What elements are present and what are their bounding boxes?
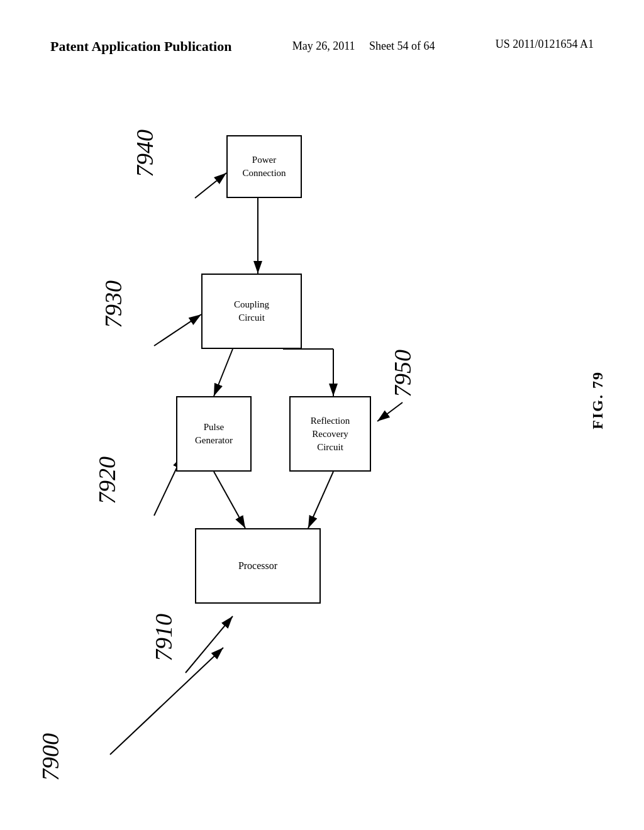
publication-date: May 26, 2011 [292,40,355,52]
label-7950: 7950 [389,350,416,397]
figure-label: FIG. 79 [589,371,606,429]
svg-line-11 [154,314,201,346]
coupling-circuit-box: Coupling Circuit [201,274,302,349]
label-7900: 7900 [36,733,64,781]
label-7920: 7920 [93,456,121,504]
pulse-generator-box: Pulse Generator [176,396,252,472]
svg-line-8 [110,648,223,755]
label-7930: 7930 [99,280,127,328]
power-connection-box: Power Connection [226,135,302,198]
publication-title: Patent Application Publication [50,38,231,56]
diagram: Power Connection Coupling Circuit Pulse … [0,101,644,830]
reflection-recovery-box: Reflection Recovery Circuit [289,396,371,472]
sheet-info: Sheet 54 of 64 [369,40,435,52]
page-header: Patent Application Publication May 26, 2… [0,38,644,56]
processor-box: Processor [195,528,321,604]
svg-line-3 [214,349,233,396]
svg-line-6 [214,472,245,528]
svg-line-13 [377,402,402,421]
patent-number: US 2011/0121654 A1 [496,38,594,51]
svg-line-9 [186,616,233,673]
label-7940: 7940 [131,130,158,177]
header-center: May 26, 2011 Sheet 54 of 64 [292,38,435,55]
label-7910: 7910 [150,614,177,661]
svg-line-12 [195,173,226,198]
svg-line-7 [308,472,333,528]
